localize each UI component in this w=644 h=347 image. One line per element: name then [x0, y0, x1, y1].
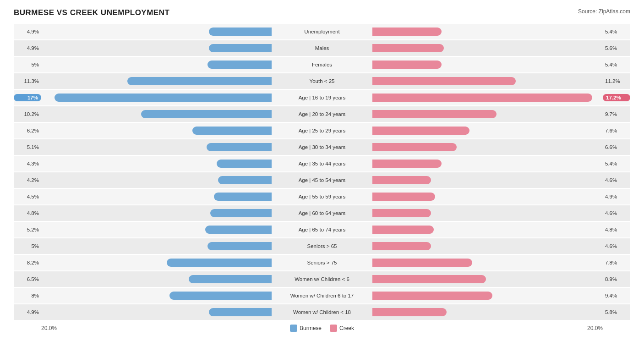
right-value: 5.4% [603, 161, 630, 166]
footer-scale-left: 20.0% [41, 325, 57, 331]
row-label: Males [272, 45, 372, 51]
left-bar [209, 308, 272, 316]
right-bar-wrap [372, 226, 603, 234]
table-row: 5%Females5.4% [14, 57, 630, 72]
left-bar [189, 275, 272, 283]
chart-source: Source: ZipAtlas.com [578, 8, 630, 15]
row-label: Age | 25 to 29 years [272, 128, 372, 133]
left-bar [127, 77, 272, 85]
left-value: 8.2% [14, 260, 41, 265]
right-bar-wrap [372, 77, 603, 85]
right-bar-wrap [372, 44, 603, 52]
left-bar [214, 193, 272, 201]
right-bar-wrap [372, 275, 603, 283]
left-bar-wrap [41, 292, 272, 300]
table-row: 8%Women w/ Children 6 to 179.4% [14, 288, 630, 303]
rows-area: 4.9%Unemployment5.4%4.9%Males5.6%5%Femal… [14, 24, 630, 320]
table-row: 4.9%Males5.6% [14, 40, 630, 56]
right-bar-wrap [372, 259, 603, 267]
row-label: Women w/ Children < 18 [272, 309, 372, 315]
row-label: Age | 60 to 64 years [272, 210, 372, 216]
right-bar [372, 292, 492, 300]
right-bar [372, 193, 435, 201]
right-bar [372, 176, 431, 184]
right-bar-wrap [372, 193, 603, 201]
row-label: Age | 35 to 44 years [272, 161, 372, 166]
left-bar-wrap [41, 308, 272, 316]
left-bar [207, 242, 272, 250]
right-bar [372, 61, 442, 69]
footer-scale-right: 20.0% [587, 325, 603, 331]
table-row: 6.5%Women w/ Children < 68.9% [14, 271, 630, 287]
left-bar-wrap [41, 209, 272, 217]
right-bar-wrap [372, 176, 603, 184]
left-bar [218, 176, 272, 184]
right-bar [372, 275, 486, 283]
left-bar [167, 259, 272, 267]
right-value: 7.8% [603, 260, 630, 265]
legend-item-burmese: Burmese [290, 325, 322, 332]
left-value: 10.2% [14, 111, 41, 117]
right-bar [372, 127, 469, 135]
right-bar-wrap [372, 110, 603, 118]
left-bar-wrap [41, 143, 272, 151]
left-value: 4.9% [14, 45, 41, 51]
left-bar [207, 143, 272, 151]
left-value: 4.5% [14, 194, 41, 199]
right-bar-wrap [372, 61, 603, 69]
left-value: 11.3% [14, 78, 41, 84]
row-label: Unemployment [272, 29, 372, 34]
left-bar-wrap [41, 226, 272, 234]
right-value: 6.6% [603, 144, 630, 150]
right-value: 9.4% [603, 293, 630, 298]
legend-label-creek: Creek [339, 325, 354, 331]
right-bar [372, 110, 497, 118]
table-row: 4.2%Age | 45 to 54 years4.6% [14, 172, 630, 188]
row-label: Seniors > 65 [272, 243, 372, 249]
left-bar [209, 28, 272, 36]
right-bar [372, 28, 442, 36]
right-bar [372, 143, 457, 151]
row-label: Age | 30 to 34 years [272, 144, 372, 150]
right-bar [372, 259, 472, 267]
row-label: Age | 45 to 54 years [272, 177, 372, 183]
left-value: 6.5% [14, 276, 41, 282]
right-bar [372, 242, 431, 250]
chart-header: BURMESE VS CREEK UNEMPLOYMENT Source: Zi… [14, 8, 630, 17]
left-value: 5% [14, 62, 41, 67]
table-row: 8.2%Seniors > 757.8% [14, 255, 630, 270]
row-label: Females [272, 62, 372, 67]
left-bar [210, 209, 272, 217]
right-value: 7.6% [603, 128, 630, 133]
right-bar [372, 160, 442, 168]
left-bar [209, 44, 272, 52]
left-bar-wrap [41, 44, 272, 52]
table-row: 6.2%Age | 25 to 29 years7.6% [14, 123, 630, 138]
table-row: 4.9%Unemployment5.4% [14, 24, 630, 39]
left-bar [205, 226, 272, 234]
row-label: Women w/ Children < 6 [272, 276, 372, 282]
footer-row: 20.0% Burmese Creek 20.0% [14, 325, 630, 332]
left-bar-wrap [41, 61, 272, 69]
right-bar-wrap [372, 242, 603, 250]
left-bar-wrap [41, 110, 272, 118]
right-bar-wrap [372, 94, 603, 102]
right-bar-wrap [372, 292, 603, 300]
left-bar [141, 110, 272, 118]
left-bar [217, 160, 272, 168]
table-row: 17%Age | 16 to 19 years17.2% [14, 90, 630, 105]
left-bar-wrap [41, 160, 272, 168]
legend-box-creek [330, 325, 337, 332]
right-value: 4.8% [603, 227, 630, 232]
right-value: 4.9% [603, 194, 630, 199]
left-bar-wrap [41, 275, 272, 283]
right-bar-wrap [372, 127, 603, 135]
table-row: 4.5%Age | 55 to 59 years4.9% [14, 189, 630, 204]
table-row: 5.1%Age | 30 to 34 years6.6% [14, 139, 630, 155]
right-bar-wrap [372, 308, 603, 316]
row-label: Seniors > 75 [272, 260, 372, 265]
right-value: 9.7% [603, 111, 630, 117]
right-value: 4.6% [603, 177, 630, 183]
left-bar-wrap [41, 94, 272, 102]
table-row: 5%Seniors > 654.6% [14, 238, 630, 254]
